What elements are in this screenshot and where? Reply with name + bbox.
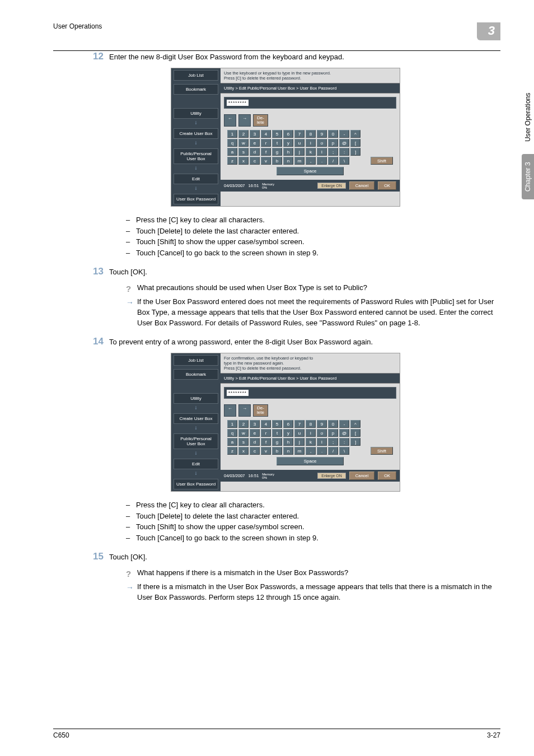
key-;[interactable]: ; xyxy=(328,148,338,156)
job-list-button[interactable]: Job List xyxy=(174,70,218,81)
key-c[interactable]: c xyxy=(250,447,260,455)
key-9[interactable]: 9 xyxy=(317,420,327,428)
key-:[interactable]: : xyxy=(339,148,349,156)
key-8[interactable]: 8 xyxy=(306,420,316,428)
ok-button[interactable]: OK xyxy=(378,472,396,480)
shift-key[interactable]: Shift xyxy=(371,447,393,455)
create-user-box-button[interactable]: Create User Box xyxy=(174,128,218,139)
key-;[interactable]: ; xyxy=(328,438,338,446)
key-,[interactable]: , xyxy=(306,157,316,165)
key-\[interactable]: \ xyxy=(339,157,349,165)
key-[[interactable]: [ xyxy=(350,139,360,147)
key-q[interactable]: q xyxy=(227,429,237,437)
key-5[interactable]: 5 xyxy=(272,130,282,138)
arrow-left-key[interactable]: ← xyxy=(224,114,236,127)
key-i[interactable]: i xyxy=(306,429,316,437)
key-m[interactable]: m xyxy=(294,447,305,455)
key-e[interactable]: e xyxy=(250,139,260,147)
job-list-button[interactable]: Job List xyxy=(174,355,218,366)
key-3[interactable]: 3 xyxy=(250,130,260,138)
key-b[interactable]: b xyxy=(272,447,282,455)
key-g[interactable]: g xyxy=(272,148,282,156)
key-y[interactable]: y xyxy=(283,139,293,147)
key-9[interactable]: 9 xyxy=(317,130,327,138)
public-personal-button[interactable]: Public/Personal User Box xyxy=(174,148,218,164)
key-4[interactable]: 4 xyxy=(261,130,271,138)
key--[interactable]: - xyxy=(339,130,349,138)
key-0[interactable]: 0 xyxy=(328,420,338,428)
key-/[interactable]: / xyxy=(328,447,338,455)
key-.[interactable]: . xyxy=(317,447,327,455)
key-l[interactable]: l xyxy=(317,148,327,156)
key-n[interactable]: n xyxy=(283,157,293,165)
key-][interactable]: ] xyxy=(350,438,360,446)
public-personal-button[interactable]: Public/Personal User Box xyxy=(174,433,218,449)
key-\[interactable]: \ xyxy=(339,447,349,455)
key-[[interactable]: [ xyxy=(350,429,360,437)
edit-button[interactable]: Edit xyxy=(174,174,218,184)
key-d[interactable]: d xyxy=(250,438,260,446)
key-o[interactable]: o xyxy=(317,139,327,147)
key-p[interactable]: p xyxy=(328,139,338,147)
key-/[interactable]: / xyxy=(328,157,338,165)
shift-key[interactable]: Shift xyxy=(371,157,393,165)
key-z[interactable]: z xyxy=(227,447,237,455)
key-a[interactable]: a xyxy=(227,148,237,156)
key-b[interactable]: b xyxy=(272,157,282,165)
key-h[interactable]: h xyxy=(283,438,293,446)
key-t[interactable]: t xyxy=(272,139,282,147)
cancel-button[interactable]: Cancel xyxy=(349,472,374,480)
key-l[interactable]: l xyxy=(317,438,327,446)
bookmark-button[interactable]: Bookmark xyxy=(174,369,218,380)
key-u[interactable]: u xyxy=(294,429,305,437)
key-^[interactable]: ^ xyxy=(350,420,360,428)
key-v[interactable]: v xyxy=(261,447,271,455)
key-6[interactable]: 6 xyxy=(283,130,293,138)
key-5[interactable]: 5 xyxy=(272,420,282,428)
key-3[interactable]: 3 xyxy=(250,420,260,428)
key-w[interactable]: w xyxy=(238,139,249,147)
key-j[interactable]: j xyxy=(294,148,305,156)
ok-button[interactable]: OK xyxy=(378,181,396,190)
key-1[interactable]: 1 xyxy=(227,130,237,138)
key-e[interactable]: e xyxy=(250,429,260,437)
key-h[interactable]: h xyxy=(283,148,293,156)
key-o[interactable]: o xyxy=(317,429,327,437)
key-:[interactable]: : xyxy=(339,438,349,446)
key-f[interactable]: f xyxy=(261,438,271,446)
cancel-button[interactable]: Cancel xyxy=(349,181,374,190)
utility-button[interactable]: Utility xyxy=(174,108,218,119)
key-u[interactable]: u xyxy=(294,139,305,147)
key-z[interactable]: z xyxy=(227,157,237,165)
arrow-right-key[interactable]: → xyxy=(238,404,251,417)
key-2[interactable]: 2 xyxy=(238,420,249,428)
key-a[interactable]: a xyxy=(227,438,237,446)
key-@[interactable]: @ xyxy=(339,429,349,437)
key-s[interactable]: s xyxy=(238,438,249,446)
key-x[interactable]: x xyxy=(238,447,249,455)
key-x[interactable]: x xyxy=(238,157,249,165)
key-w[interactable]: w xyxy=(238,429,249,437)
key-6[interactable]: 6 xyxy=(283,420,293,428)
key-,[interactable]: , xyxy=(306,447,316,455)
arrow-left-key[interactable]: ← xyxy=(224,404,236,417)
utility-button[interactable]: Utility xyxy=(174,393,218,404)
key-f[interactable]: f xyxy=(261,148,271,156)
key-m[interactable]: m xyxy=(294,157,305,165)
key-1[interactable]: 1 xyxy=(227,420,237,428)
key-s[interactable]: s xyxy=(238,148,249,156)
key-n[interactable]: n xyxy=(283,447,293,455)
arrow-right-key[interactable]: → xyxy=(238,114,251,127)
key-r[interactable]: r xyxy=(261,139,271,147)
key-@[interactable]: @ xyxy=(339,139,349,147)
user-box-password-button[interactable]: User Box Password xyxy=(174,194,218,204)
key-d[interactable]: d xyxy=(250,148,260,156)
key-j[interactable]: j xyxy=(294,438,305,446)
key--[interactable]: - xyxy=(339,420,349,428)
space-key[interactable]: Space xyxy=(277,457,344,465)
key-k[interactable]: k xyxy=(306,438,316,446)
key-c[interactable]: c xyxy=(250,157,260,165)
bookmark-button[interactable]: Bookmark xyxy=(174,84,218,95)
key-4[interactable]: 4 xyxy=(261,420,271,428)
password-input[interactable]: ******** xyxy=(227,390,249,396)
